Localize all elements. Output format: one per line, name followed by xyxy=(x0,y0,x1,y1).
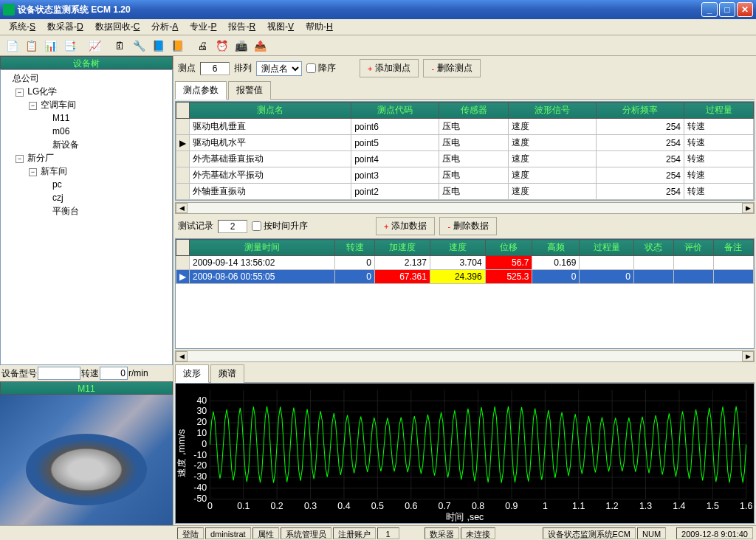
menu-item[interactable]: 分析-A xyxy=(145,19,184,35)
table-row[interactable]: 外壳基础水平振动point3压电速度254转速 xyxy=(176,167,754,184)
tool-btn-8[interactable]: 📘 xyxy=(149,37,167,55)
point-grid-scrollbar[interactable]: ◀ ▶ xyxy=(175,202,755,214)
tool-btn-6[interactable]: 🗓 xyxy=(111,37,128,55)
svg-text:40: 40 xyxy=(196,395,207,405)
tree-node[interactable]: M11 xyxy=(2,111,171,125)
minus-icon: - xyxy=(447,222,450,231)
maximize-button[interactable]: □ xyxy=(719,2,735,17)
tree-toggle-icon[interactable]: − xyxy=(29,102,37,110)
menu-item[interactable]: 系统-S xyxy=(3,19,41,35)
tab-point-params[interactable]: 测点参数 xyxy=(175,81,227,100)
point-grid[interactable]: 测点名测点代码传感器波形信号分析频率过程量驱动电机垂直point6压电速度254… xyxy=(176,102,754,201)
menu-item[interactable]: 专业-P xyxy=(184,19,222,35)
scroll-left-icon[interactable]: ◀ xyxy=(176,203,188,213)
tree-toggle-icon[interactable]: − xyxy=(29,168,37,176)
plus-icon: + xyxy=(368,64,372,73)
tree-node[interactable]: 总公司 xyxy=(2,72,171,85)
svg-text:-50: -50 xyxy=(193,494,207,504)
menu-item[interactable]: 数据回收-C xyxy=(89,19,146,35)
table-row[interactable]: 驱动电机垂直point6压电速度254转速 xyxy=(176,119,754,135)
delete-point-button[interactable]: -删除测点 xyxy=(423,59,481,77)
svg-text:0.6: 0.6 xyxy=(405,500,417,510)
titlebar: 设备状态监测系统 ECM 1.20 _ □ ✕ xyxy=(0,0,756,19)
tree-toggle-icon[interactable]: − xyxy=(16,155,24,163)
table-row[interactable]: 2009-09-14 13:56:0202.1373.70456.70.169 xyxy=(176,256,754,270)
waveform-chart: -50-40-30-20-1001020304000.10.20.30.40.5… xyxy=(175,383,755,524)
model-input[interactable] xyxy=(38,367,80,380)
tree-node[interactable]: − 空调车间 xyxy=(2,98,171,111)
tree-node[interactable]: 新设备 xyxy=(2,138,171,151)
status-app-name: 设备状态监测系统ECM xyxy=(543,527,636,539)
tree-node[interactable]: − LG化学 xyxy=(2,85,171,98)
menubar: 系统-S数采器-D数据回收-C分析-A专业-P报告-R视图-V帮助-H xyxy=(0,19,756,35)
minimize-button[interactable]: _ xyxy=(701,2,718,17)
device-image xyxy=(0,395,173,525)
tool-btn-13[interactable]: 📤 xyxy=(251,37,269,55)
tree-node[interactable]: 平衡台 xyxy=(2,204,171,218)
tree-node[interactable]: − 新分厂 xyxy=(2,151,171,165)
minus-icon: - xyxy=(431,64,434,73)
svg-text:0: 0 xyxy=(207,500,213,510)
close-button[interactable]: ✕ xyxy=(737,2,753,17)
svg-text:0.3: 0.3 xyxy=(304,500,317,510)
table-row[interactable]: 外壳基础垂直振动point4压电速度254转速 xyxy=(176,151,754,167)
scroll-left-icon[interactable]: ◀ xyxy=(176,351,188,361)
table-row[interactable]: 外轴垂直振动point2压电速度254转速 xyxy=(176,184,754,200)
status-login-user: dministrat xyxy=(205,527,251,539)
table-row[interactable]: ▶2009-08-06 00:55:05067.36124.396525.300 xyxy=(176,270,754,284)
tool-btn-5[interactable]: 📈 xyxy=(86,37,103,55)
svg-text:-10: -10 xyxy=(193,449,207,460)
svg-text:速度 ,mm/s: 速度 ,mm/s xyxy=(176,429,188,477)
table-row[interactable]: ▶驱动电机水平point5压电速度254转速 xyxy=(176,135,754,151)
point-label: 测点 xyxy=(178,62,196,75)
toolbar: 📄 📋 📊 📑 📈 🗓 🔧 📘 📙 🖨 ⏰ 📠 📤 xyxy=(0,35,756,56)
delete-data-button[interactable]: -删除数据 xyxy=(439,217,497,235)
tree-toggle-icon[interactable]: − xyxy=(16,89,24,97)
add-data-button[interactable]: +添加数据 xyxy=(376,217,435,235)
tree-node[interactable]: − 新车间 xyxy=(2,165,171,178)
speed-label: 转速 xyxy=(81,367,99,380)
menu-item[interactable]: 视图-V xyxy=(261,19,300,35)
add-point-button[interactable]: +添加测点 xyxy=(360,59,419,77)
status-login-label: 登陆 xyxy=(177,527,204,539)
sort-select[interactable]: 测点名 xyxy=(256,61,302,76)
tool-btn-12[interactable]: 📠 xyxy=(232,37,250,55)
tree-node[interactable]: m06 xyxy=(2,125,171,138)
tool-btn-10[interactable]: 🖨 xyxy=(193,37,211,55)
tool-btn-3[interactable]: 📊 xyxy=(41,37,59,55)
test-grid-scrollbar[interactable]: ◀ ▶ xyxy=(175,350,755,362)
scroll-right-icon[interactable]: ▶ xyxy=(742,203,754,213)
tool-btn-11[interactable]: ⏰ xyxy=(213,37,230,55)
tree-node[interactable]: czj xyxy=(2,191,171,204)
menu-item[interactable]: 报告-R xyxy=(222,19,261,35)
point-count: 6 xyxy=(200,62,230,75)
desc-checkbox[interactable] xyxy=(306,63,316,73)
tool-btn-2[interactable]: 📋 xyxy=(22,37,40,55)
tab-alarm-values[interactable]: 报警值 xyxy=(228,81,271,100)
svg-text:10: 10 xyxy=(196,428,207,438)
tree-node[interactable]: pc xyxy=(2,178,171,191)
status-datetime: 2009-12-8 9:01:40 xyxy=(676,527,753,539)
status-attr-value: 系统管理员 xyxy=(281,527,331,539)
desc-label: 降序 xyxy=(318,62,336,75)
table-row[interactable]: 外轴水平振动point1压电速度254转速 xyxy=(176,200,754,201)
svg-text:1.2: 1.2 xyxy=(606,500,619,510)
menu-item[interactable]: 帮助-H xyxy=(300,19,339,35)
tool-btn-4[interactable]: 📑 xyxy=(61,37,78,55)
test-grid[interactable]: 测量时间转速加速度速度位移高频过程量状态评价备注2009-09-14 13:56… xyxy=(176,239,754,284)
tool-btn-7[interactable]: 🔧 xyxy=(130,37,148,55)
svg-text:0.4: 0.4 xyxy=(337,500,350,510)
svg-text:20: 20 xyxy=(196,417,207,427)
scroll-right-icon[interactable]: ▶ xyxy=(742,351,754,361)
asc-checkbox[interactable] xyxy=(252,221,261,231)
tool-btn-9[interactable]: 📙 xyxy=(168,37,186,55)
record-count: 2 xyxy=(218,220,247,233)
tool-btn-1[interactable]: 📄 xyxy=(3,37,21,55)
tab-waveform[interactable]: 波形 xyxy=(175,364,209,383)
device-tree[interactable]: 总公司− LG化学− 空调车间M11m06新设备− 新分厂− 新车间pcczj平… xyxy=(0,69,173,365)
svg-text:-20: -20 xyxy=(193,460,207,471)
tab-spectrum[interactable]: 频谱 xyxy=(210,364,244,383)
sort-label: 排列 xyxy=(234,62,252,75)
menu-item[interactable]: 数采器-D xyxy=(41,19,89,35)
speed-input[interactable] xyxy=(100,367,128,380)
